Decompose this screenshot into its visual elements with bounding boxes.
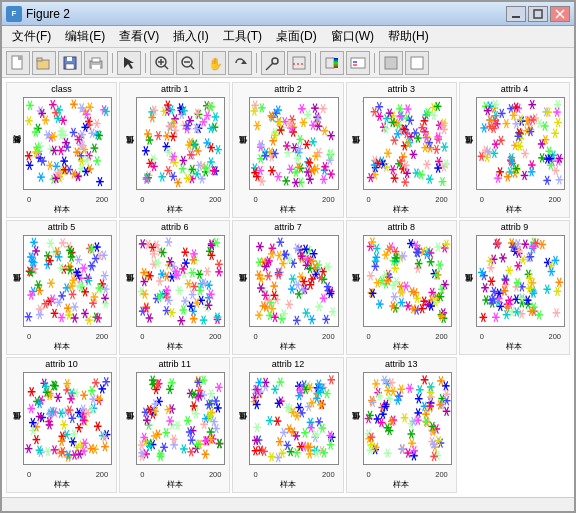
plot-xlabel-7: 样本 [280,341,296,352]
inner-plot-2[interactable] [249,97,338,190]
xlabel-200-3: 200 [435,195,448,204]
colorbar-button[interactable] [320,51,344,75]
prop2-button[interactable] [405,51,429,75]
datacursor-button[interactable] [261,51,285,75]
zoom-in-button[interactable] [150,51,174,75]
window-controls [506,6,570,22]
plot-xaxis-3: 0200 [363,195,452,204]
plot-cell-1: attrib 1属性值150200样本 [119,82,230,218]
plots-grid: class类别标签10200样本attrib 1属性值150200样本attri… [6,82,570,493]
save-button[interactable] [58,51,82,75]
scatter-svg-0 [24,98,111,189]
menu-help[interactable]: 帮助(H) [382,26,435,47]
inner-plot-11[interactable] [136,372,225,465]
menu-file[interactable]: 文件(F) [6,26,57,47]
brush-button[interactable] [287,51,311,75]
inner-plot-0[interactable] [23,97,112,190]
plot-title-13: attrib 13 [385,360,418,370]
inner-plot-6[interactable] [136,235,225,328]
plot-title-2: attrib 2 [274,85,302,95]
xlabel-0-12: 0 [253,470,257,479]
zoom-out-button[interactable] [176,51,200,75]
inner-plot-12[interactable] [249,372,338,465]
svg-rect-1 [534,10,542,18]
menu-window[interactable]: 窗口(W) [325,26,380,47]
scatter-svg-13 [364,373,451,464]
xlabel-200-9: 200 [548,332,561,341]
menu-edit[interactable]: 编辑(E) [59,26,111,47]
menu-insert[interactable]: 插入(I) [167,26,214,47]
xlabel-200-6: 200 [209,332,222,341]
plot-cell-4: attrib 4属性值300200样本 [459,82,570,218]
inner-plot-9[interactable] [476,235,565,328]
plot-title-9: attrib 9 [501,223,529,233]
xlabel-200-5: 200 [96,332,109,341]
plot-title-12: attrib 12 [272,360,305,370]
xlabel-0-9: 0 [480,332,484,341]
plot-cell-0: class类别标签10200样本 [6,82,117,218]
menu-tools[interactable]: 工具(T) [217,26,268,47]
pan-button[interactable]: ✋ [202,51,226,75]
scatter-svg-4 [477,98,564,189]
plot-cell-7: attrib 7属性值100200样本 [232,220,343,356]
xlabel-0-4: 0 [480,195,484,204]
inner-plot-5[interactable] [23,235,112,328]
plot-xlabel-10: 样本 [54,479,70,490]
inner-plot-7[interactable] [249,235,338,328]
restore-button[interactable] [528,6,548,22]
inner-plot-8[interactable] [363,235,452,328]
prop-button[interactable] [379,51,403,75]
menu-view[interactable]: 查看(V) [113,26,165,47]
svg-rect-26 [293,57,305,69]
inner-plot-10[interactable] [23,372,112,465]
svg-line-25 [266,63,273,70]
scatter-svg-9 [477,236,564,327]
status-bar [2,497,574,511]
plot-title-0: class [51,85,72,95]
plot-area: class类别标签10200样本attrib 1属性值150200样本attri… [2,78,574,497]
plot-cell-5: attrib 5属性值2000200样本 [6,220,117,356]
xlabel-200-2: 200 [322,195,335,204]
new-button[interactable] [6,51,30,75]
open-button[interactable] [32,51,56,75]
xlabel-200-11: 200 [209,470,222,479]
scatter-svg-11 [137,373,224,464]
plot-cell-14 [459,357,570,493]
plot-cell-13: attrib 13属性值20000200样本 [346,357,457,493]
plot-xlabel-3: 样本 [393,204,409,215]
close-button[interactable] [550,6,570,22]
toolbar-sep-2 [145,53,146,73]
toolbar: ✋ [2,48,574,78]
plot-xlabel-0: 样本 [54,204,70,215]
rotate-button[interactable] [228,51,252,75]
legend-button[interactable] [346,51,370,75]
svg-marker-23 [241,60,247,64]
svg-rect-0 [512,16,520,18]
plot-title-10: attrib 10 [45,360,78,370]
svg-rect-33 [385,57,397,69]
inner-plot-3[interactable] [363,97,452,190]
plot-cell-2: attrib 2属性值0200样本 [232,82,343,218]
plot-xaxis-9: 0200 [476,332,565,341]
minimize-button[interactable] [506,6,526,22]
svg-rect-28 [326,58,334,68]
plot-xlabel-13: 样本 [393,479,409,490]
xlabel-0-0: 0 [27,195,31,204]
inner-plot-13[interactable] [363,372,452,465]
svg-rect-13 [92,65,100,69]
scatter-svg-1 [137,98,224,189]
menu-desktop[interactable]: 桌面(D) [270,26,323,47]
plot-xlabel-9: 样本 [506,341,522,352]
xlabel-0-2: 0 [253,195,257,204]
window-icon: F [6,6,22,22]
menu-bar: 文件(F) 编辑(E) 查看(V) 插入(I) 工具(T) 桌面(D) 窗口(W… [2,26,574,48]
select-button[interactable] [117,51,141,75]
plot-cell-12: attrib 12属性值40200样本 [232,357,343,493]
inner-plot-1[interactable] [136,97,225,190]
plot-xaxis-1: 0200 [136,195,225,204]
inner-plot-4[interactable] [476,97,565,190]
xlabel-0-8: 0 [367,332,371,341]
xlabel-0-7: 0 [253,332,257,341]
scatter-svg-2 [250,98,337,189]
print-button[interactable] [84,51,108,75]
